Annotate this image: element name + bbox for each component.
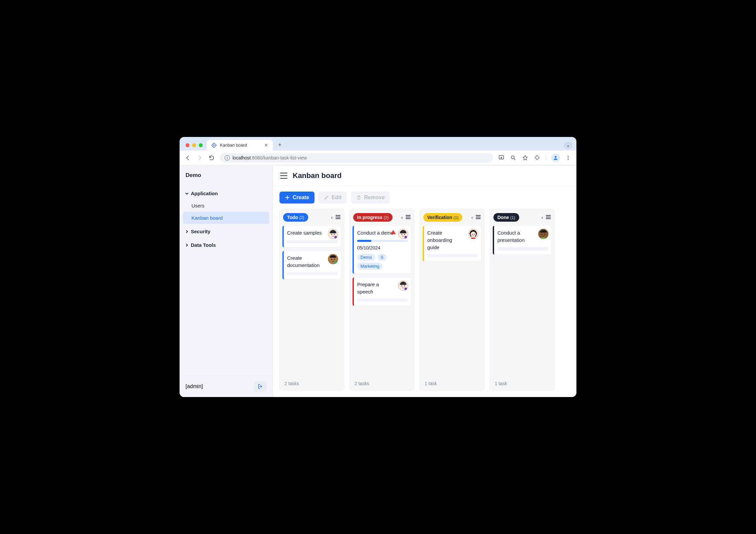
svg-point-27 bbox=[404, 234, 405, 235]
extensions-icon[interactable] bbox=[533, 154, 541, 161]
column-badge: Verification (1) bbox=[423, 213, 462, 222]
bookmark-icon[interactable] bbox=[522, 154, 529, 161]
sidebar-group-toggle[interactable]: Data Tools bbox=[183, 239, 269, 251]
column-menu-icon[interactable] bbox=[476, 215, 481, 220]
kanban-card[interactable]: Conduct a demo05/10/2024DemoSMarketing bbox=[353, 226, 411, 274]
column-prev-icon[interactable]: ‹ bbox=[331, 215, 333, 220]
card-assignee[interactable] bbox=[538, 229, 549, 239]
card-assignee[interactable] bbox=[328, 229, 338, 239]
svg-point-32 bbox=[404, 285, 405, 286]
zoom-icon[interactable] bbox=[510, 154, 517, 161]
column-count: (2) bbox=[384, 215, 389, 220]
tag[interactable]: S bbox=[377, 254, 387, 261]
svg-point-39 bbox=[471, 232, 476, 237]
kanban-column: Todo (2)‹Create samplesCreate documentat… bbox=[279, 209, 344, 390]
column-prev-icon[interactable]: ‹ bbox=[471, 215, 473, 220]
kanban-card[interactable]: Create onboarding guide bbox=[423, 226, 482, 262]
card-date: 05/10/2024 bbox=[357, 245, 408, 250]
column-badge: In progress (2) bbox=[353, 213, 393, 222]
column-header: Done (1)› bbox=[490, 209, 554, 226]
create-button-label: Create bbox=[293, 195, 309, 200]
column-nav: ‹ bbox=[401, 215, 411, 220]
close-tab-icon[interactable]: ✕ bbox=[264, 143, 268, 148]
close-window-icon[interactable] bbox=[186, 143, 189, 147]
browser-tab[interactable]: Kanban board ✕ bbox=[207, 140, 273, 151]
sidebar-group-toggle[interactable]: Application bbox=[183, 187, 269, 200]
sidebar-group-toggle[interactable]: Security bbox=[183, 225, 269, 238]
column-header: In progress (2)‹ bbox=[350, 209, 414, 226]
column-count: (1) bbox=[510, 215, 515, 220]
card-assignee[interactable] bbox=[328, 254, 338, 264]
svg-point-15 bbox=[334, 236, 337, 239]
column-footer: 2 tasks bbox=[280, 377, 344, 390]
svg-point-40 bbox=[472, 234, 473, 235]
plus-icon bbox=[285, 195, 290, 200]
column-menu-icon[interactable] bbox=[405, 215, 411, 220]
back-button[interactable] bbox=[184, 154, 191, 161]
priority-flag-icon bbox=[391, 230, 396, 234]
column-badge: Done (1) bbox=[493, 213, 519, 222]
svg-point-48 bbox=[542, 234, 543, 235]
menu-icon[interactable] bbox=[565, 154, 572, 161]
profile-avatar[interactable] bbox=[551, 154, 560, 162]
sidebar-group-label: Security bbox=[191, 229, 210, 234]
card-placeholder bbox=[287, 272, 338, 275]
kanban-card[interactable]: Create documentation bbox=[282, 251, 341, 280]
column-cards: Conduct a demo05/10/2024DemoSMarketingPr… bbox=[350, 226, 414, 377]
svg-point-13 bbox=[331, 234, 332, 235]
address-bar[interactable]: i localhost:8080/kanban-task-list-view bbox=[220, 153, 493, 162]
column-prev-icon[interactable]: ‹ bbox=[401, 215, 403, 220]
column-next-icon[interactable]: › bbox=[541, 215, 543, 220]
svg-point-14 bbox=[334, 234, 335, 235]
kanban-column: Done (1)›Conduct a presentation1 task bbox=[490, 209, 555, 390]
column-nav: ‹ bbox=[471, 215, 481, 220]
forward-button[interactable] bbox=[196, 154, 203, 161]
column-badge: Todo (2) bbox=[283, 213, 308, 222]
maximize-window-icon[interactable] bbox=[199, 143, 203, 147]
assignee-avatar bbox=[538, 229, 549, 239]
tag[interactable]: Marketing bbox=[357, 263, 383, 270]
card-placeholder bbox=[357, 298, 408, 302]
column-menu-icon[interactable] bbox=[335, 215, 341, 220]
kanban-card[interactable]: Prepare a speech bbox=[353, 277, 411, 306]
current-user-label: [admin] bbox=[186, 383, 203, 389]
toggle-sidebar-button[interactable] bbox=[280, 173, 287, 179]
kanban-column: In progress (2)‹Conduct a demo05/10/2024… bbox=[350, 209, 414, 390]
card-assignee[interactable] bbox=[398, 280, 408, 291]
sidebar-group: Security bbox=[180, 225, 273, 238]
sidebar-group-label: Data Tools bbox=[191, 242, 216, 248]
card-assignee[interactable] bbox=[398, 229, 408, 239]
sidebar: Demo ApplicationUsersKanban boardSecurit… bbox=[180, 165, 273, 397]
reload-button[interactable] bbox=[208, 154, 215, 161]
column-menu-icon[interactable] bbox=[546, 215, 551, 220]
site-info-icon[interactable]: i bbox=[225, 155, 230, 160]
new-tab-button[interactable]: + bbox=[275, 140, 285, 151]
column-name: Todo bbox=[287, 215, 298, 220]
svg-point-49 bbox=[544, 234, 545, 235]
svg-point-41 bbox=[474, 234, 475, 235]
sidebar-group-label: Application bbox=[191, 191, 218, 196]
install-app-icon[interactable] bbox=[498, 154, 505, 161]
app-container: Demo ApplicationUsersKanban boardSecurit… bbox=[180, 165, 576, 397]
card-placeholder bbox=[427, 254, 478, 257]
card-assignee[interactable] bbox=[468, 229, 479, 239]
pencil-icon bbox=[324, 195, 329, 200]
tag[interactable]: Demo bbox=[357, 254, 375, 261]
chevron-down-icon bbox=[185, 192, 189, 196]
column-cards: Create samplesCreate documentation bbox=[280, 226, 344, 377]
main-panel: Kanban board Create Edit Remove Todo (2)… bbox=[273, 165, 576, 397]
tabs-dropdown-button[interactable]: ⌄ bbox=[564, 142, 572, 149]
edit-button: Edit bbox=[318, 192, 347, 203]
card-progress bbox=[357, 240, 408, 242]
kanban-card[interactable]: Conduct a presentation bbox=[493, 226, 552, 255]
create-button[interactable]: Create bbox=[279, 192, 315, 203]
sidebar-item[interactable]: Kanban board bbox=[183, 212, 269, 224]
sidebar-group: Data Tools bbox=[180, 238, 273, 252]
kanban-card[interactable]: Create samples bbox=[282, 226, 341, 247]
logout-button[interactable] bbox=[254, 381, 267, 392]
kanban-board: Todo (2)‹Create samplesCreate documentat… bbox=[273, 209, 576, 397]
sidebar-item[interactable]: Users bbox=[183, 200, 269, 212]
minimize-window-icon[interactable] bbox=[192, 143, 196, 147]
svg-point-18 bbox=[331, 259, 332, 260]
svg-point-1 bbox=[213, 145, 215, 146]
